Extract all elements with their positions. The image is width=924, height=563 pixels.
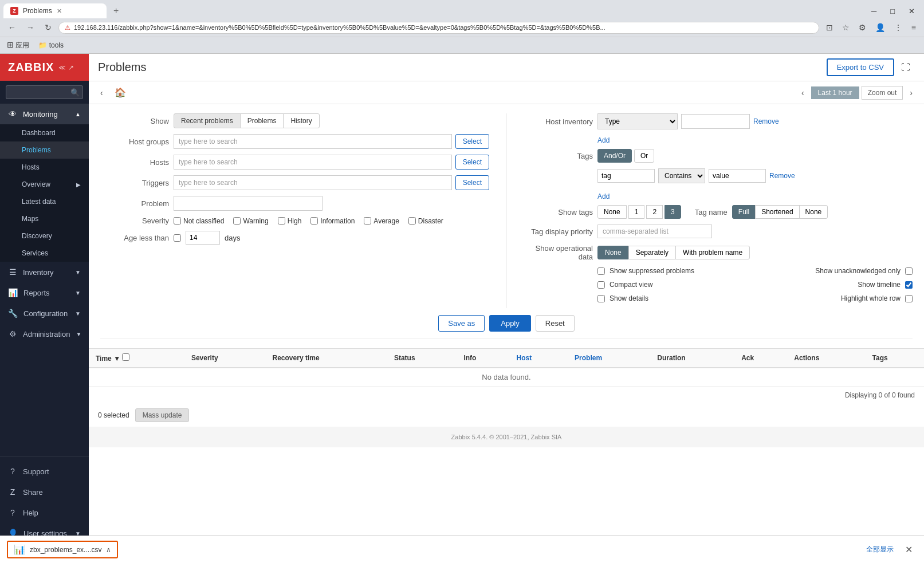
fullscreen-btn[interactable]: ⛶ [897,59,915,76]
tag-name-full-btn[interactable]: Full [732,205,756,219]
mass-update-btn[interactable]: Mass update [135,408,190,422]
tag-value-input[interactable] [709,169,766,183]
profile-btn[interactable]: 👤 [872,21,888,34]
logo[interactable]: ZABBIX ≪ ↗ [0,54,89,81]
forward-btn[interactable]: → [23,21,38,34]
screenshot-btn[interactable]: ⊡ [823,21,836,34]
not-classified-check[interactable] [174,217,181,225]
show-unacknowledged-label[interactable]: Show unacknowledged only [815,267,913,275]
sidebar-item-hosts[interactable]: Hosts [0,159,89,176]
host-groups-select-btn[interactable]: Select [455,134,489,149]
severity-not-classified[interactable]: Not classified [174,217,224,225]
tag-remove-link[interactable]: Remove [769,172,795,180]
compact-view-label[interactable]: Compact view [597,281,652,289]
op-separately-btn[interactable]: Separately [628,246,676,259]
show-timeline-label[interactable]: Show timeline [858,281,913,289]
show-recent-btn[interactable]: Recent problems [174,113,241,128]
average-check[interactable] [364,217,371,225]
inventory-value-input[interactable] [681,114,750,129]
select-all-check[interactable] [122,353,129,361]
triggers-input[interactable] [174,175,452,190]
sidebar-item-monitoring[interactable]: 👁 Monitoring ▲ [0,104,89,124]
tag-operator-select[interactable]: Contains [658,168,705,183]
show-tags-3-btn[interactable]: 3 [665,205,681,219]
tag-name-input[interactable] [597,169,655,183]
close-btn[interactable]: ✕ [902,5,922,18]
severity-information[interactable]: Information [310,217,355,225]
inventory-remove-link[interactable]: Remove [753,117,779,125]
inventory-type-select[interactable]: Type [597,113,678,129]
active-tab[interactable]: Z Problems ✕ [3,3,107,18]
sidebar-item-services[interactable]: Services [0,245,89,262]
show-tags-none-btn[interactable]: None [597,205,627,219]
age-checkbox[interactable] [174,234,181,242]
sidebar-item-reports[interactable]: 📊 Reports ▼ [0,282,89,303]
op-with-problem-btn[interactable]: With problem name [675,246,750,259]
triggers-select-btn[interactable]: Select [455,175,489,190]
sidebar-item-overview[interactable]: Overview ▶ [0,176,89,193]
sidebar-item-maps[interactable]: Maps [0,210,89,227]
sidebar-item-configuration[interactable]: 🔧 Configuration ▼ [0,303,89,324]
time-next-btn[interactable]: › [905,86,917,100]
show-all-btn[interactable]: 全部显示 [862,542,898,557]
severity-average[interactable]: Average [364,217,399,225]
time-prev-btn[interactable]: ‹ [797,86,809,100]
sidebar-item-problems[interactable]: Problems [0,141,89,159]
sidebar-item-latest-data[interactable]: Latest data [0,193,89,210]
information-check[interactable] [310,217,318,225]
sidebar-item-discovery[interactable]: Discovery [0,227,89,245]
compact-view-check[interactable] [597,281,605,289]
tab-close-btn[interactable]: ✕ [57,7,62,15]
filter-nav-left[interactable]: ‹ [96,86,108,100]
problem-input[interactable] [174,196,323,211]
menu-btn[interactable]: ⋮ [891,21,906,34]
last-hour-btn[interactable]: Last 1 hour [811,86,859,99]
tags-add-link[interactable]: Add [597,192,610,200]
high-check[interactable] [278,217,285,225]
host-groups-input[interactable] [174,134,452,149]
tag-or-btn[interactable]: Or [634,149,654,163]
inventory-add-link[interactable]: Add [597,136,610,144]
new-tab-btn[interactable]: + [109,3,123,18]
show-suppressed-label[interactable]: Show suppressed problems [597,267,694,275]
tag-name-none-btn[interactable]: None [799,205,828,219]
highlight-row-label[interactable]: Highlight whole row [841,294,913,302]
collapse-icon[interactable]: ≪ ↗ [58,64,73,72]
reading-list-btn[interactable]: ≡ [908,21,919,34]
show-details-check[interactable] [597,295,605,302]
severity-warning[interactable]: Warning [233,217,268,225]
minimize-btn[interactable]: ─ [864,5,883,18]
sidebar-item-administration[interactable]: ⚙ Administration ▼ [0,324,89,344]
download-bar-close-btn[interactable]: ✕ [901,542,917,557]
tag-name-shortened-btn[interactable]: Shortened [755,205,799,219]
bookmark-btn[interactable]: ☆ [839,21,853,34]
maximize-btn[interactable]: □ [883,5,902,18]
disaster-check[interactable] [408,217,416,225]
tools-bookmark[interactable]: 📁 tools [36,40,66,50]
show-tags-1-btn[interactable]: 1 [628,205,645,219]
apps-bookmark[interactable]: ⊞ 应用 [5,39,32,52]
severity-disaster[interactable]: Disaster [408,217,443,225]
col-time[interactable]: Time ▼ [89,349,184,368]
show-details-label[interactable]: Show details [597,294,648,302]
home-btn[interactable]: 🏠 [110,85,131,100]
save-as-btn[interactable]: Save as [438,315,485,332]
suppressed-check[interactable] [597,267,605,275]
show-tags-2-btn[interactable]: 2 [646,205,663,219]
sidebar-item-inventory[interactable]: ☰ Inventory ▼ [0,262,89,282]
reload-btn[interactable]: ↻ [41,21,55,34]
unacknowledged-check[interactable] [905,267,913,275]
reset-btn[interactable]: Reset [536,315,575,332]
highlight-row-check[interactable] [905,295,913,302]
sidebar-item-help[interactable]: ? Help [0,502,89,523]
show-timeline-check[interactable] [905,281,913,289]
age-input[interactable] [186,231,220,245]
export-csv-button[interactable]: Export to CSV [827,58,894,76]
tag-priority-input[interactable] [597,225,712,238]
download-arrow-icon[interactable]: ∧ [106,546,111,554]
warning-check[interactable] [233,217,241,225]
op-none-btn[interactable]: None [597,246,629,259]
hosts-input[interactable] [174,155,452,170]
back-btn[interactable]: ← [5,21,19,34]
sidebar-item-share[interactable]: Z Share [0,482,89,502]
